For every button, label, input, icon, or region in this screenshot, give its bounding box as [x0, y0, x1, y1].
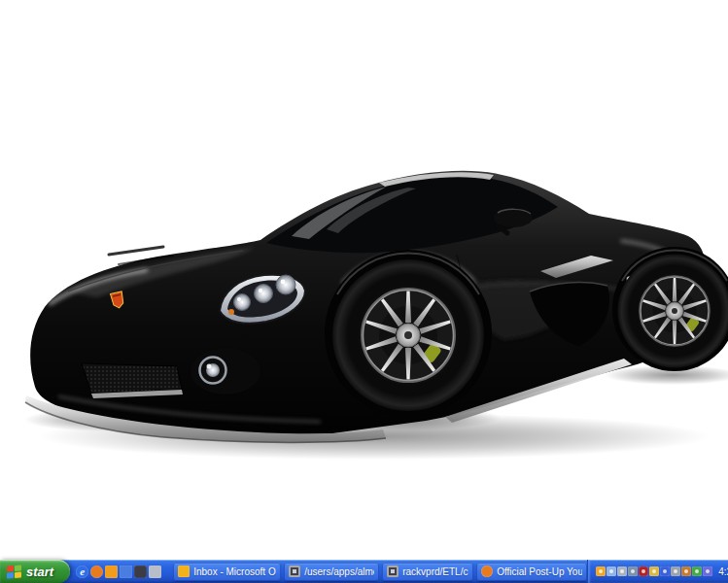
task-button-area: Inbox - Microsoft Out... /users/apps/alm… [170, 560, 587, 583]
mail-notifier-icon[interactable] [105, 566, 118, 578]
firefox-icon [481, 566, 493, 577]
task-button-label: rackvprd/ETL/commo... [402, 566, 468, 577]
start-label: start [26, 565, 53, 579]
task-button-terminal-users-apps[interactable]: /users/apps/almet/[a... [284, 563, 379, 581]
terminal-app-icon[interactable] [149, 566, 161, 578]
key-tray-icon[interactable] [649, 566, 659, 576]
system-tray: 4:20 PM [587, 560, 728, 583]
network-activity-tray-icon[interactable] [692, 566, 702, 576]
display-tray-icon[interactable] [671, 566, 680, 576]
task-button-label: /users/apps/almet/[a... [304, 566, 374, 577]
tray-clock[interactable]: 4:20 PM [718, 566, 728, 577]
outlook-icon [178, 566, 190, 577]
firefox-icon[interactable] [90, 566, 103, 578]
terminal-icon [289, 566, 300, 577]
task-button-label: Official Post-Up You... [497, 566, 582, 577]
rear-wheel [618, 255, 728, 368]
start-button[interactable]: start [0, 560, 70, 583]
phone-tray-icon[interactable] [617, 566, 627, 576]
chart-grid-tray-icon[interactable] [639, 566, 648, 576]
reminder-clock-tray-icon[interactable] [596, 566, 606, 576]
task-button-outlook-inbox[interactable]: Inbox - Microsoft Out... [173, 563, 281, 581]
messenger-icon[interactable] [120, 566, 132, 578]
front-wheel [332, 259, 484, 411]
fog-lamp [191, 348, 260, 394]
desktop-wallpaper: CCX [0, 0, 728, 560]
security-monitor-tray-icon[interactable] [703, 566, 712, 576]
front-grille [82, 363, 183, 398]
car-image: CCX [0, 0, 728, 560]
dark-app-icon[interactable] [134, 566, 147, 578]
task-button-firefox-postup[interactable]: Official Post-Up You... [476, 563, 587, 581]
internet-explorer-icon[interactable]: e [76, 566, 88, 578]
network-connections-tray-icon[interactable] [628, 566, 638, 576]
search-tray-icon[interactable] [607, 566, 616, 576]
quick-launch-bar: e [70, 560, 166, 583]
windows-flag-icon [7, 565, 21, 578]
task-button-terminal-rackvprd[interactable]: rackvprd/ETL/commo... [382, 563, 473, 581]
updates-tray-icon[interactable] [681, 566, 691, 576]
terminal-icon [387, 566, 399, 577]
taskbar: start e Inbox - Microsoft Out... /users/… [0, 560, 728, 583]
messenger-tray-icon[interactable] [660, 566, 670, 576]
task-button-label: Inbox - Microsoft Out... [193, 566, 276, 577]
